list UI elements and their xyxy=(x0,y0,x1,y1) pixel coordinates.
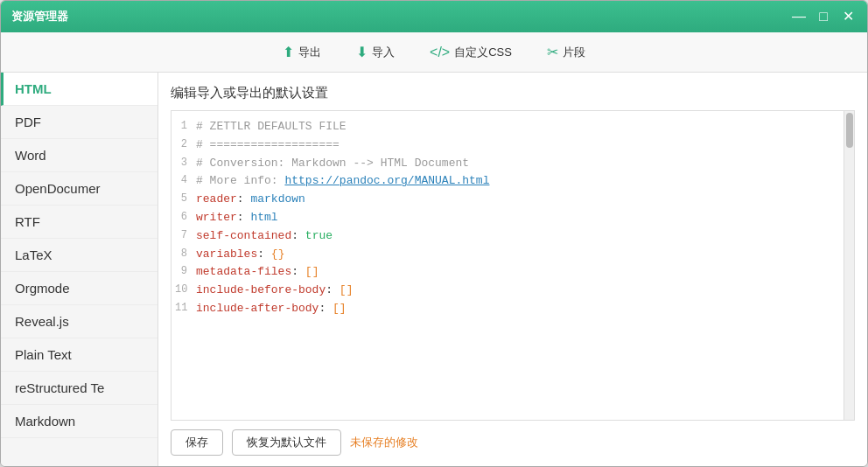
export-label: 导出 xyxy=(298,45,321,60)
import-label: 导入 xyxy=(372,45,395,60)
sidebar: HTML PDF Word OpenDocumer RTF LaTeX Orgm… xyxy=(1,73,158,466)
close-button[interactable]: ✕ xyxy=(839,10,857,24)
code-line-8: 8 variables: {} xyxy=(172,246,844,264)
snippets-label: 片段 xyxy=(563,45,585,60)
vertical-scrollbar[interactable] xyxy=(844,111,854,420)
custom-css-button[interactable]: </> 自定义CSS xyxy=(423,41,519,64)
sidebar-item-opendocument[interactable]: OpenDocumer xyxy=(1,172,158,206)
snippets-icon: ✂ xyxy=(547,44,558,60)
export-icon: ⬆ xyxy=(283,44,294,60)
sidebar-item-word[interactable]: Word xyxy=(1,139,158,172)
right-panel: 编辑导入或导出的默认设置 1 # ZETTLR DEFAULTS FILE 2 … xyxy=(158,73,867,466)
unsaved-label: 未保存的修改 xyxy=(350,435,418,450)
import-icon: ⬇ xyxy=(356,44,368,60)
code-line-9: 9 metadata-files: [] xyxy=(172,263,844,282)
sidebar-item-markdown[interactable]: Markdown xyxy=(1,405,158,438)
panel-title: 编辑导入或导出的默认设置 xyxy=(171,85,855,101)
sidebar-item-rtf[interactable]: RTF xyxy=(1,206,158,239)
code-line-5: 5 reader: markdown xyxy=(172,191,844,209)
code-line-11: 11 include-after-body: [] xyxy=(172,300,844,318)
window-controls: — □ ✕ xyxy=(790,10,857,24)
save-button[interactable]: 保存 xyxy=(171,429,223,456)
code-editor[interactable]: 1 # ZETTLR DEFAULTS FILE 2 # ===========… xyxy=(172,111,844,420)
toolbar: ⬆ 导出 ⬇ 导入 </> 自定义CSS ✂ 片段 xyxy=(1,32,867,73)
code-line-4: 4 # More info: https://pandoc.org/MANUAL… xyxy=(172,172,844,191)
sidebar-item-pdf[interactable]: PDF xyxy=(1,106,158,139)
code-line-10: 10 include-before-body: [] xyxy=(172,282,844,300)
title-bar: 资源管理器 — □ ✕ xyxy=(1,1,867,32)
code-editor-wrapper: 1 # ZETTLR DEFAULTS FILE 2 # ===========… xyxy=(171,110,855,421)
code-line-6: 6 writer: html xyxy=(172,209,844,227)
css-icon: </> xyxy=(430,45,450,60)
sidebar-item-revealjs[interactable]: Reveal.js xyxy=(1,305,158,338)
sidebar-item-restructured[interactable]: reStructured Te xyxy=(1,372,158,405)
scrollbar-thumb[interactable] xyxy=(846,113,853,148)
main-content: HTML PDF Word OpenDocumer RTF LaTeX Orgm… xyxy=(1,73,867,466)
sidebar-item-orgmode[interactable]: Orgmode xyxy=(1,272,158,305)
sidebar-item-html[interactable]: HTML xyxy=(1,73,158,106)
minimize-button[interactable]: — xyxy=(790,10,808,24)
export-button[interactable]: ⬆ 导出 xyxy=(276,40,328,64)
window-title: 资源管理器 xyxy=(11,9,68,24)
maximize-button[interactable]: □ xyxy=(815,10,832,24)
snippets-button[interactable]: ✂ 片段 xyxy=(540,40,592,64)
bottom-bar: 保存 恢复为默认文件 未保存的修改 xyxy=(171,429,855,456)
code-line-1: 1 # ZETTLR DEFAULTS FILE xyxy=(172,118,844,136)
restore-button[interactable]: 恢复为默认文件 xyxy=(232,429,341,456)
code-line-7: 7 self-contained: true xyxy=(172,227,844,246)
code-line-3: 3 # Conversion: Markdown --> HTML Docume… xyxy=(172,155,844,173)
code-area[interactable]: 1 # ZETTLR DEFAULTS FILE 2 # ===========… xyxy=(172,111,844,420)
import-button[interactable]: ⬇ 导入 xyxy=(349,40,402,64)
main-window: 资源管理器 — □ ✕ ⬆ 导出 ⬇ 导入 </> 自定义CSS ✂ 片段 HT… xyxy=(0,0,868,467)
code-line-2: 2 # =================== xyxy=(172,136,844,155)
custom-css-label: 自定义CSS xyxy=(454,45,512,60)
sidebar-item-plaintext[interactable]: Plain Text xyxy=(1,338,158,372)
sidebar-item-latex[interactable]: LaTeX xyxy=(1,239,158,272)
